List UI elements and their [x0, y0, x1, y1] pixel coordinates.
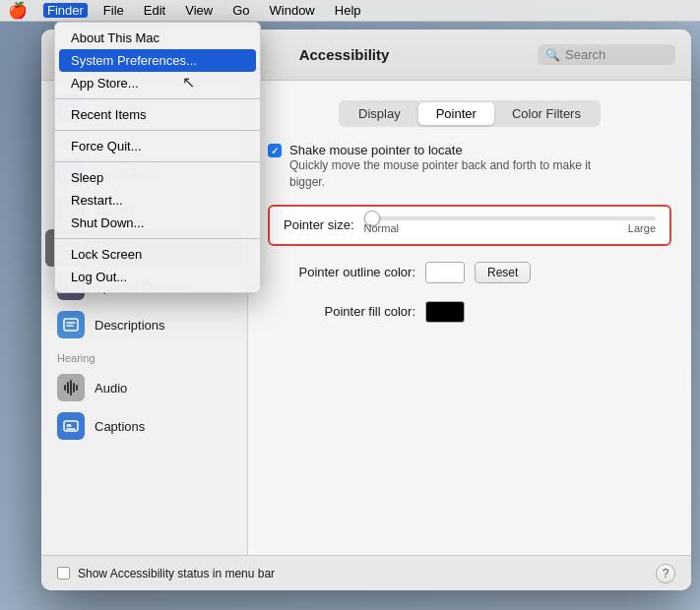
pointer-outline-label: Pointer outline color: — [268, 265, 415, 279]
sidebar-descriptions-label: Descriptions — [95, 318, 165, 333]
search-box[interactable]: 🔍 — [538, 44, 675, 65]
svg-rect-18 — [67, 424, 71, 425]
captions-icon — [57, 412, 85, 440]
sidebar-item-captions[interactable]: Captions — [45, 407, 243, 445]
dropdown-shutdown[interactable]: Shut Down... — [55, 212, 260, 234]
menubar: 🍎 Finder File Edit View Go Window Help — [0, 0, 700, 22]
menubar-window[interactable]: Window — [266, 3, 319, 18]
slider-container: Normal Large — [364, 216, 656, 234]
pointer-size-section: Pointer size: Normal Large — [268, 205, 671, 246]
status-bar-checkbox[interactable] — [57, 567, 70, 580]
menubar-edit[interactable]: Edit — [140, 3, 169, 18]
menubar-view[interactable]: View — [181, 3, 217, 18]
dropdown-force-quit[interactable]: Force Quit... — [55, 135, 260, 157]
slider-labels: Normal Large — [364, 222, 656, 234]
descriptions-icon — [57, 311, 85, 338]
shake-label-block: Shake mouse pointer to locate Quickly mo… — [289, 143, 605, 191]
shake-sublabel: Quickly move the mouse pointer back and … — [289, 157, 605, 191]
pointer-fill-label: Pointer fill color: — [268, 304, 415, 319]
menubar-help[interactable]: Help — [331, 3, 365, 18]
pointer-size-label: Pointer size: — [284, 217, 354, 232]
sidebar-audio-label: Audio — [95, 381, 127, 396]
slider-large-label: Large — [628, 222, 656, 234]
sidebar-item-audio[interactable]: Audio — [45, 369, 243, 406]
dropdown-separator-3 — [55, 161, 260, 162]
dropdown-separator-1 — [55, 98, 260, 99]
sidebar-item-descriptions[interactable]: Descriptions — [45, 306, 243, 343]
menubar-finder[interactable]: Finder — [43, 3, 88, 18]
sidebar-hearing-header: Hearing — [41, 344, 247, 368]
pointer-fill-row: Pointer fill color: — [268, 299, 671, 325]
dropdown-separator-2 — [55, 130, 260, 131]
main-panel: Display Pointer Color Filters Shake mous… — [248, 81, 691, 555]
dropdown-app-store[interactable]: App Store... — [55, 72, 260, 94]
shake-checkbox[interactable] — [268, 144, 282, 157]
dropdown-restart[interactable]: Restart... — [55, 189, 260, 212]
dropdown-recent[interactable]: Recent Items — [55, 103, 260, 126]
audio-icon — [57, 374, 85, 401]
reset-button[interactable]: Reset — [475, 262, 531, 283]
pointer-size-row: Pointer size: Normal Large — [284, 216, 656, 234]
panel-content: Shake mouse pointer to locate Quickly mo… — [268, 143, 671, 535]
bottom-bar: Show Accessibility status in menu bar ? — [41, 555, 691, 590]
search-icon: 🔍 — [545, 48, 560, 62]
pointer-outline-row: Pointer outline color: Reset — [268, 260, 671, 285]
menubar-go[interactable]: Go — [228, 3, 253, 18]
status-bar-label: Show Accessibility status in menu bar — [78, 567, 648, 580]
dropdown-logout[interactable]: Log Out... — [55, 266, 260, 288]
dropdown-system-prefs[interactable]: System Preferences... — [59, 49, 256, 72]
pointer-outline-swatch[interactable] — [425, 262, 465, 283]
tab-bar: Display Pointer Color Filters — [339, 100, 601, 127]
pointer-fill-swatch[interactable] — [425, 301, 465, 323]
dropdown-about[interactable]: About This Mac — [55, 27, 260, 49]
dropdown-lock[interactable]: Lock Screen — [55, 243, 260, 266]
tab-color-filters[interactable]: Color Filters — [494, 102, 599, 125]
help-button[interactable]: ? — [656, 564, 675, 583]
tab-pointer[interactable]: Pointer — [418, 102, 494, 125]
slider-normal-label: Normal — [364, 222, 399, 234]
apple-dropdown-menu: About This Mac System Preferences... App… — [54, 22, 261, 293]
menubar-file[interactable]: File — [99, 3, 128, 18]
svg-rect-12 — [64, 319, 78, 331]
shake-main-label: Shake mouse pointer to locate — [289, 143, 605, 157]
pointer-size-slider[interactable] — [364, 216, 656, 220]
dropdown-sleep[interactable]: Sleep — [55, 166, 260, 189]
apple-menu-icon[interactable]: 🍎 — [8, 1, 28, 20]
shake-checkbox-row: Shake mouse pointer to locate Quickly mo… — [268, 143, 671, 191]
tab-display[interactable]: Display — [341, 102, 418, 125]
search-input[interactable] — [565, 47, 664, 62]
sidebar-captions-label: Captions — [95, 419, 145, 434]
dropdown-separator-4 — [55, 238, 260, 239]
